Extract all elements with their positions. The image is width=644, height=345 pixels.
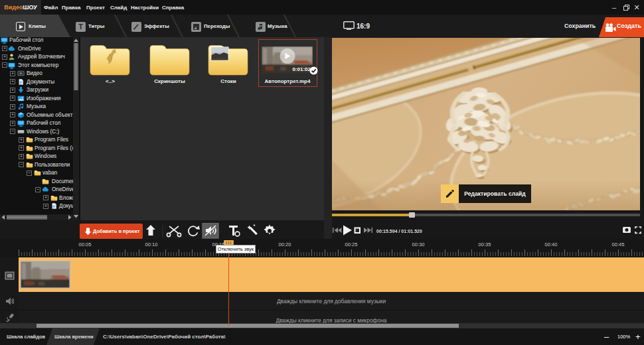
svg-text:0:01:02: 0:01:02 xyxy=(292,66,311,72)
svg-text:00:15.594 / 01:01.520: 00:15.594 / 01:01.520 xyxy=(376,229,422,234)
